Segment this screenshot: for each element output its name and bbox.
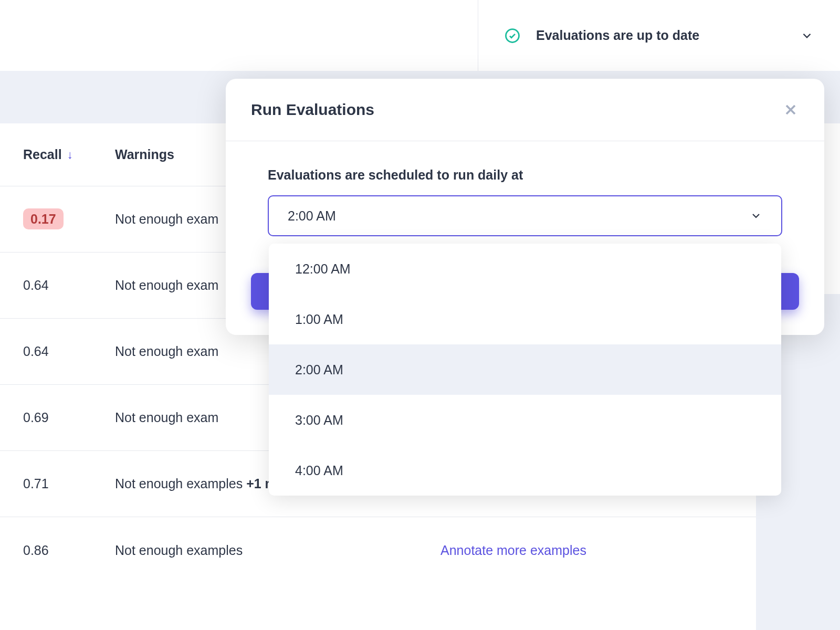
sort-down-icon: ↓ [67,148,73,162]
annotate-link[interactable]: Annotate more examples [440,543,586,558]
recall-value: 0.64 [23,278,115,293]
run-evaluations-modal: Run Evaluations Evaluations are schedule… [226,79,824,335]
time-option[interactable]: 4:00 AM [269,445,781,496]
column-header-warnings[interactable]: Warnings [115,147,174,162]
modal-body: Evaluations are scheduled to run daily a… [226,141,824,257]
modal-title: Run Evaluations [251,101,374,119]
chevron-down-icon [750,209,762,222]
schedule-label: Evaluations are scheduled to run daily a… [268,167,782,183]
column-header-recall[interactable]: Recall ↓ [23,147,115,162]
time-option[interactable]: 2:00 AM [269,344,781,395]
modal-header: Run Evaluations [226,79,824,141]
recall-value: 0.17 [23,212,115,227]
warning-text: Not enough examples [115,543,440,558]
time-option[interactable]: 1:00 AM [269,294,781,344]
status-text: Evaluations are up to date [536,28,800,43]
time-select[interactable]: 2:00 AM 12:00 AM 1:00 AM 2:00 AM 3:00 AM… [268,195,782,236]
recall-value: 0.64 [23,344,115,359]
recall-value: 0.86 [23,543,115,558]
status-bar: Evaluations are up to date [478,0,840,71]
chevron-down-icon[interactable] [800,29,814,43]
time-select-value: 2:00 AM [288,208,750,224]
close-icon[interactable] [782,101,799,118]
recall-value: 0.71 [23,476,115,491]
column-header-recall-label: Recall [23,147,62,162]
time-option[interactable]: 12:00 AM [269,244,781,294]
recall-value: 0.69 [23,410,115,425]
time-option[interactable]: 3:00 AM [269,395,781,445]
check-circle-icon [505,28,520,44]
table-row: 0.86 Not enough examples Annotate more e… [0,517,756,583]
time-dropdown: 12:00 AM 1:00 AM 2:00 AM 3:00 AM 4:00 AM [269,244,781,496]
